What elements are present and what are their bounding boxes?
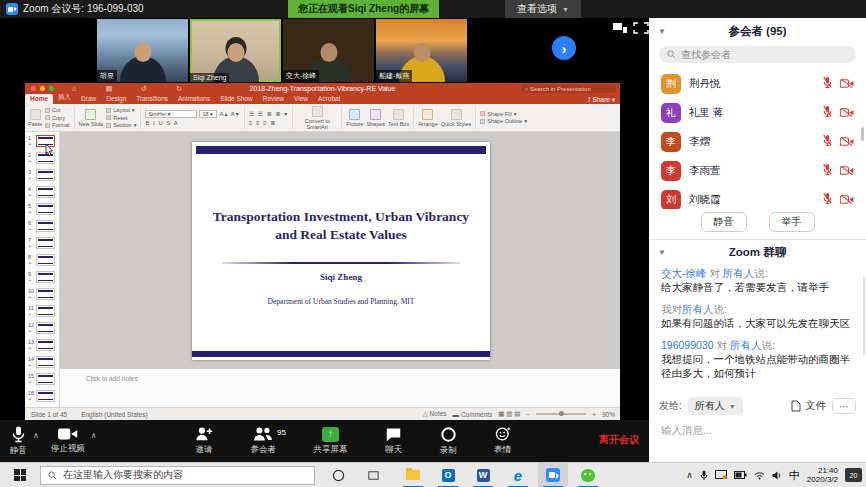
slide-thumbnail[interactable]: 7✦ bbox=[25, 236, 59, 253]
shape-fill-button[interactable]: Shape Fill ▾ bbox=[480, 111, 527, 117]
collapse-chevron-icon[interactable]: ▼ bbox=[658, 27, 666, 36]
slide-thumbnail[interactable]: 1✦ bbox=[25, 134, 59, 151]
video-tile[interactable]: Siqi Zheng bbox=[190, 19, 281, 82]
video-tile[interactable]: 交大-徐峰 bbox=[283, 19, 374, 82]
toolbar-share-button[interactable]: ↑共享屏幕 bbox=[312, 427, 350, 456]
mic-muted-icon[interactable] bbox=[822, 75, 833, 93]
speaker-view-icon[interactable] bbox=[612, 22, 628, 34]
raise-hand-button[interactable]: 举手 bbox=[769, 212, 815, 232]
font-name-select[interactable]: SimHei ▾ bbox=[145, 110, 197, 118]
ppt-tab-design[interactable]: Design bbox=[101, 94, 131, 104]
mac-close-button[interactable] bbox=[31, 86, 36, 91]
wifi-icon[interactable] bbox=[754, 471, 765, 480]
align-buttons[interactable]: ≡ ≡ ≡ ≣ bbox=[249, 119, 289, 126]
new-slide-button[interactable]: New Slide bbox=[79, 109, 104, 127]
slide-thumbnail-preview[interactable] bbox=[36, 373, 55, 385]
chevron-up-icon[interactable]: ∧ bbox=[33, 431, 39, 440]
slide-thumbnail-preview[interactable] bbox=[36, 169, 55, 181]
video-off-icon[interactable] bbox=[840, 104, 854, 122]
toolbar-camera-button[interactable]: 停止视频 bbox=[49, 427, 87, 455]
insert-picture-button[interactable]: Picture bbox=[346, 109, 363, 127]
toolbar-participants-button[interactable]: 参会者95 bbox=[249, 426, 279, 456]
action-center-button[interactable]: 20 bbox=[845, 468, 862, 482]
slide-thumbnail-preview[interactable] bbox=[36, 356, 55, 368]
video-tile[interactable]: 胡昱 bbox=[97, 19, 188, 82]
outlook-button[interactable]: O bbox=[433, 463, 463, 487]
slide-thumbnail-preview[interactable] bbox=[36, 254, 55, 266]
slide-thumbnail[interactable]: 3✦ bbox=[25, 168, 59, 185]
chat-more-button[interactable]: ⋯ bbox=[832, 398, 856, 414]
chevron-up-icon[interactable]: ∧ bbox=[91, 431, 97, 440]
ime-indicator[interactable]: 中 bbox=[789, 468, 800, 483]
ppt-tab-view[interactable]: View bbox=[289, 94, 313, 104]
slide-thumbnail[interactable]: 11✦ bbox=[25, 304, 59, 321]
tray-display-icon[interactable] bbox=[715, 470, 727, 480]
comments-toggle[interactable]: ▬ Comments bbox=[453, 411, 493, 418]
leave-meeting-button[interactable]: 离开会议 bbox=[599, 433, 639, 447]
mac-minimize-button[interactable] bbox=[40, 86, 45, 91]
ppt-tab-transitions[interactable]: Transitions bbox=[131, 94, 173, 104]
ppt-search-box[interactable]: ⌕ Search in Presentation bbox=[521, 85, 616, 93]
quick-styles-button[interactable]: Quick Styles bbox=[441, 109, 472, 127]
participant-row[interactable]: 荆荆丹悦 bbox=[649, 69, 866, 98]
next-videos-button[interactable]: › bbox=[552, 36, 576, 60]
slide-thumbnail[interactable]: 5✦ bbox=[25, 202, 59, 219]
send-to-select[interactable]: 所有人▼ bbox=[688, 397, 743, 415]
file-button[interactable]: 文件 bbox=[791, 399, 826, 413]
word-button[interactable]: W bbox=[468, 463, 498, 487]
view-options-button[interactable]: 查看选项 ▼ bbox=[505, 0, 581, 18]
slide-thumbnail[interactable]: 6✦ bbox=[25, 219, 59, 236]
slide-thumbnail-preview[interactable] bbox=[36, 339, 55, 351]
slide-thumbnail[interactable]: 8✦ bbox=[25, 253, 59, 270]
slide-thumbnail[interactable]: 14✦ bbox=[25, 355, 59, 372]
video-off-icon[interactable] bbox=[840, 75, 854, 93]
edge-button[interactable]: e bbox=[503, 463, 533, 487]
slide-thumbnail-preview[interactable] bbox=[36, 305, 55, 317]
participant-row[interactable]: 礼礼里 蒋 bbox=[649, 98, 866, 127]
layout-button[interactable]: Layout ▾ bbox=[106, 107, 136, 113]
arrange-button[interactable]: Arrange bbox=[418, 109, 438, 127]
slide-thumbnail-preview[interactable] bbox=[36, 186, 55, 198]
font-style-buttons[interactable]: B I U S A bbox=[145, 120, 239, 126]
slide-thumbnail-preview[interactable] bbox=[36, 220, 55, 232]
slide-thumbnail-preview[interactable] bbox=[36, 390, 55, 402]
collapse-chevron-icon[interactable]: ▼ bbox=[658, 248, 666, 257]
video-off-icon[interactable] bbox=[840, 191, 854, 209]
slide-thumbnail[interactable]: 15✦ bbox=[25, 372, 59, 389]
language-status[interactable]: English (United States) bbox=[81, 411, 147, 418]
cortana-button[interactable] bbox=[323, 463, 353, 487]
slide-thumbnail-preview[interactable] bbox=[36, 237, 55, 249]
section-button[interactable]: Section ▾ bbox=[106, 122, 136, 128]
zoom-slider[interactable] bbox=[536, 413, 586, 415]
battery-icon[interactable] bbox=[734, 471, 747, 479]
ppt-tab-review[interactable]: Review bbox=[258, 94, 289, 104]
ppt-tab-home[interactable]: Home bbox=[25, 94, 53, 104]
shape-outline-button[interactable]: Shape Outline ▾ bbox=[480, 118, 527, 124]
reset-button[interactable]: Reset bbox=[106, 115, 136, 121]
insert-textbox-button[interactable]: Text Box bbox=[388, 109, 409, 127]
ppt-tab-draw[interactable]: Draw bbox=[76, 94, 101, 104]
participant-row[interactable]: 李李熠 bbox=[649, 127, 866, 156]
chat-input[interactable]: 输入消息... bbox=[649, 418, 866, 444]
ppt-tab-animations[interactable]: Animations bbox=[173, 94, 215, 104]
mic-muted-icon[interactable] bbox=[822, 162, 833, 180]
title-slide[interactable]: Transportation Investment, Urban Vibranc… bbox=[192, 142, 490, 360]
slide-thumbnail[interactable]: 10✦ bbox=[25, 287, 59, 304]
slide-thumbnail-preview[interactable] bbox=[36, 271, 55, 283]
insert-shapes-button[interactable]: Shapes bbox=[366, 109, 385, 127]
ppt-tab-slide-show[interactable]: Slide Show bbox=[215, 94, 258, 104]
video-tile[interactable]: 船建-戴燕 bbox=[376, 19, 467, 82]
participants-scrollbar[interactable] bbox=[861, 127, 864, 141]
toolbar-reactions-button[interactable]: 表情 bbox=[492, 426, 513, 456]
tray-mic-icon[interactable] bbox=[700, 470, 708, 481]
slide-thumbnail[interactable]: 12✦ bbox=[25, 321, 59, 338]
slide-thumbnail[interactable]: 13✦ bbox=[25, 338, 59, 355]
ppt-tab-acrobat[interactable]: Acrobat bbox=[313, 94, 345, 104]
cut-button[interactable]: Cut bbox=[45, 107, 69, 113]
tray-expand-chevron[interactable]: ∧ bbox=[686, 470, 693, 480]
zoom-out-button[interactable]: − bbox=[526, 411, 530, 418]
participant-row[interactable]: 刘刘晓霞 bbox=[649, 185, 866, 209]
slide-thumbnail[interactable]: 9✦ bbox=[25, 270, 59, 287]
slide-thumbnail-preview[interactable] bbox=[36, 288, 55, 300]
mic-muted-icon[interactable] bbox=[822, 104, 833, 122]
